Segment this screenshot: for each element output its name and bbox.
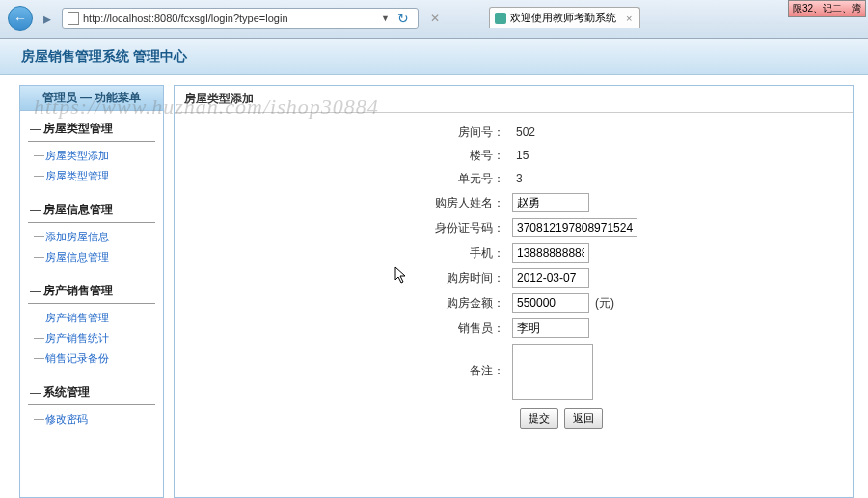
forward-button[interactable]: ▸ xyxy=(39,10,56,27)
label-amount: 购房金额： xyxy=(175,295,512,312)
sidebar: 管理员 — 功能菜单 房屋类型管理 房屋类型添加 房屋类型管理 房屋信息管理 添… xyxy=(19,85,164,498)
label-floor: 楼号： xyxy=(175,148,512,164)
input-seller[interactable] xyxy=(512,318,589,338)
refresh-icon[interactable]: ↻ xyxy=(393,11,413,26)
submit-button[interactable]: 提交 xyxy=(520,408,558,429)
amount-unit: (元) xyxy=(595,295,614,312)
sidebar-item-sales-backup[interactable]: 销售记录备份 xyxy=(28,348,155,369)
label-buyer: 购房人姓名： xyxy=(175,195,512,211)
sidebar-group-room-type: 房屋类型管理 xyxy=(28,117,155,142)
sidebar-group-system: 系统管理 xyxy=(28,380,155,405)
input-phone[interactable] xyxy=(512,243,589,263)
input-note[interactable] xyxy=(512,344,593,400)
sidebar-item-change-password[interactable]: 修改密码 xyxy=(28,409,155,429)
content-title: 房屋类型添加 xyxy=(175,86,853,113)
page-title: 房屋销售管理系统 管理中心 xyxy=(21,48,187,66)
value-floor: 15 xyxy=(512,147,532,164)
label-seller: 销售员： xyxy=(175,320,512,337)
value-unit: 3 xyxy=(512,170,527,187)
label-date: 购房时间： xyxy=(175,270,512,287)
window-label: 限32、记二、湾 xyxy=(788,0,866,17)
browser-tabs: 欢迎使用教师考勤系统 × xyxy=(489,7,640,28)
sidebar-item-sales-manage[interactable]: 房产销售管理 xyxy=(28,308,155,328)
stop-icon[interactable]: ✕ xyxy=(424,12,446,25)
browser-chrome: ← ▸ ▼ ↻ ✕ 欢迎使用教师考勤系统 × 限32、记二、湾 xyxy=(0,0,868,39)
window-controls: 限32、记二、湾 xyxy=(788,0,866,17)
tab-title: 欢迎使用教师考勤系统 xyxy=(510,11,616,25)
content-panel: 房屋类型添加 房间号： 502 楼号： 15 单元号： 3 购房人姓名： 身份证… xyxy=(174,85,854,498)
url-input[interactable] xyxy=(83,13,377,24)
back-button[interactable]: ← xyxy=(8,6,33,31)
form: 房间号： 502 楼号： 15 单元号： 3 购房人姓名： 身份证号码： 手机： xyxy=(175,113,853,442)
label-id: 身份证号码： xyxy=(175,220,512,236)
browser-tab[interactable]: 欢迎使用教师考勤系统 × xyxy=(489,7,640,28)
tab-close-icon[interactable]: × xyxy=(620,13,632,24)
page-icon xyxy=(68,12,79,25)
sidebar-item-manage-room-type[interactable]: 房屋类型管理 xyxy=(28,166,155,186)
input-buyer[interactable] xyxy=(512,193,589,212)
label-unit: 单元号： xyxy=(175,171,512,187)
url-dropdown-icon[interactable]: ▼ xyxy=(381,14,390,23)
sidebar-group-room-info: 房屋信息管理 xyxy=(28,198,155,223)
sidebar-item-sales-stats[interactable]: 房产销售统计 xyxy=(28,328,155,348)
back-button-form[interactable]: 返回 xyxy=(564,408,603,429)
address-bar[interactable]: ▼ ↻ xyxy=(62,8,419,29)
input-amount[interactable] xyxy=(512,293,589,313)
sidebar-item-add-room-info[interactable]: 添加房屋信息 xyxy=(28,227,155,247)
sidebar-group-sales: 房产销售管理 xyxy=(28,279,155,304)
value-room-no: 502 xyxy=(512,124,539,141)
sidebar-item-add-room-type[interactable]: 房屋类型添加 xyxy=(28,146,155,166)
tab-favicon-icon xyxy=(495,13,506,24)
label-note: 备注： xyxy=(175,344,512,379)
input-id[interactable] xyxy=(512,218,637,237)
sidebar-item-manage-room-info[interactable]: 房屋信息管理 xyxy=(28,247,155,267)
page-header: 房屋销售管理系统 管理中心 xyxy=(0,39,868,75)
sidebar-title: 管理员 — 功能菜单 xyxy=(20,86,163,111)
input-date[interactable] xyxy=(512,268,589,288)
label-room-no: 房间号： xyxy=(175,124,512,141)
label-phone: 手机： xyxy=(175,245,512,262)
